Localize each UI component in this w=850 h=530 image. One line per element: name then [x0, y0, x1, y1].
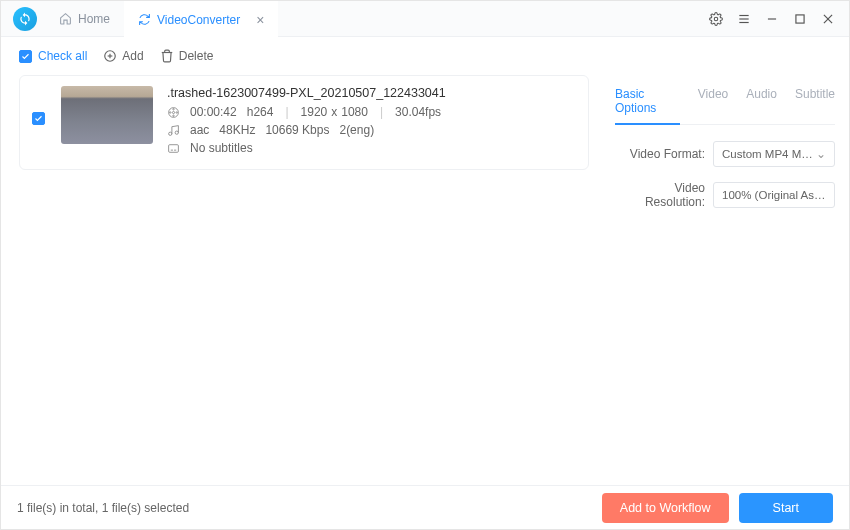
svg-point-14: [173, 115, 174, 116]
check-all-checkbox[interactable]: [19, 50, 32, 63]
file-fps: 30.04fps: [395, 105, 441, 119]
video-format-value: Custom MP4 Movie(*....: [722, 148, 816, 160]
tab-basic-options[interactable]: Basic Options: [615, 81, 680, 125]
chevron-down-icon: ⌄: [816, 147, 826, 161]
video-resolution-select[interactable]: 100% (Original Aspect Ratio): [713, 182, 835, 208]
file-height: 1080: [341, 105, 368, 119]
tab-subtitle-options[interactable]: Subtitle: [795, 81, 835, 124]
sync-icon: [138, 13, 151, 26]
file-card[interactable]: .trashed-1623007499-PXL_20210507_1224330…: [19, 75, 589, 170]
sample-rate: 48KHz: [219, 123, 255, 137]
options-panel: Basic Options Video Audio Subtitle Video…: [601, 75, 849, 485]
footer-actions: Add to Workflow Start: [602, 493, 833, 523]
audio-codec: aac: [190, 123, 209, 137]
delete-label: Delete: [179, 49, 214, 63]
tab-video-converter[interactable]: VideoConverter ×: [124, 1, 278, 37]
film-icon: [167, 106, 180, 119]
add-button[interactable]: Add: [103, 49, 143, 63]
music-icon: [167, 124, 180, 137]
check-all-label[interactable]: Check all: [38, 49, 87, 63]
file-list: .trashed-1623007499-PXL_20210507_1224330…: [1, 75, 601, 485]
gear-icon[interactable]: [709, 12, 723, 26]
minimize-icon[interactable]: [765, 12, 779, 26]
svg-point-15: [170, 111, 171, 112]
options-tabs: Basic Options Video Audio Subtitle: [615, 81, 835, 125]
window-controls: [709, 12, 841, 26]
trash-icon: [160, 49, 174, 63]
video-resolution-row: Video Resolution: 100% (Original Aspect …: [615, 181, 835, 209]
subtitle-icon: [167, 142, 180, 155]
svg-point-18: [175, 131, 178, 134]
file-name: .trashed-1623007499-PXL_20210507_1224330…: [167, 86, 576, 100]
video-resolution-value: 100% (Original Aspect Ratio): [722, 189, 826, 201]
add-to-workflow-button[interactable]: Add to Workflow: [602, 493, 729, 523]
video-meta-row: 00:00:42 h264 1920x1080 30.04fps: [167, 105, 576, 119]
audio-lang: 2(eng): [339, 123, 374, 137]
bitrate: 10669 Kbps: [265, 123, 329, 137]
tab-audio-options[interactable]: Audio: [746, 81, 777, 124]
video-thumbnail: [61, 86, 153, 144]
title-bar: Home VideoConverter ×: [1, 1, 849, 37]
start-button[interactable]: Start: [739, 493, 833, 523]
video-format-label: Video Format:: [615, 147, 705, 161]
close-icon[interactable]: ×: [256, 12, 264, 28]
svg-rect-19: [169, 144, 179, 152]
svg-point-0: [714, 17, 718, 21]
svg-point-13: [173, 108, 174, 109]
svg-point-11: [169, 107, 179, 117]
home-icon: [59, 12, 72, 25]
video-format-select[interactable]: Custom MP4 Movie(*.... ⌄: [713, 141, 835, 167]
tab-home[interactable]: Home: [45, 1, 124, 37]
file-duration: 00:00:42: [190, 105, 237, 119]
toolbar: Check all Add Delete: [1, 37, 849, 75]
svg-point-16: [176, 111, 177, 112]
add-label: Add: [122, 49, 143, 63]
svg-point-12: [172, 111, 174, 113]
subtitle-status: No subtitles: [190, 141, 253, 155]
window-close-icon[interactable]: [821, 12, 835, 26]
plus-circle-icon: [103, 49, 117, 63]
refresh-icon: [18, 12, 32, 26]
video-format-row: Video Format: Custom MP4 Movie(*.... ⌄: [615, 141, 835, 167]
tab-video-options[interactable]: Video: [698, 81, 728, 124]
svg-point-17: [169, 132, 172, 135]
maximize-icon[interactable]: [793, 12, 807, 26]
app-logo: [13, 7, 37, 31]
delete-button[interactable]: Delete: [160, 49, 214, 63]
status-text: 1 file(s) in total, 1 file(s) selected: [17, 501, 189, 515]
file-checkbox[interactable]: [32, 112, 45, 125]
svg-rect-5: [796, 14, 804, 22]
main-area: .trashed-1623007499-PXL_20210507_1224330…: [1, 75, 849, 485]
menu-icon[interactable]: [737, 12, 751, 26]
file-width: 1920: [301, 105, 328, 119]
file-info: .trashed-1623007499-PXL_20210507_1224330…: [167, 86, 576, 159]
tab-home-label: Home: [78, 12, 110, 26]
file-codec: h264: [247, 105, 274, 119]
video-resolution-label: Video Resolution:: [615, 181, 705, 209]
footer: 1 file(s) in total, 1 file(s) selected A…: [1, 485, 849, 529]
subtitle-meta-row: No subtitles: [167, 141, 576, 155]
audio-meta-row: aac 48KHz 10669 Kbps 2(eng): [167, 123, 576, 137]
tab-active-label: VideoConverter: [157, 13, 240, 27]
